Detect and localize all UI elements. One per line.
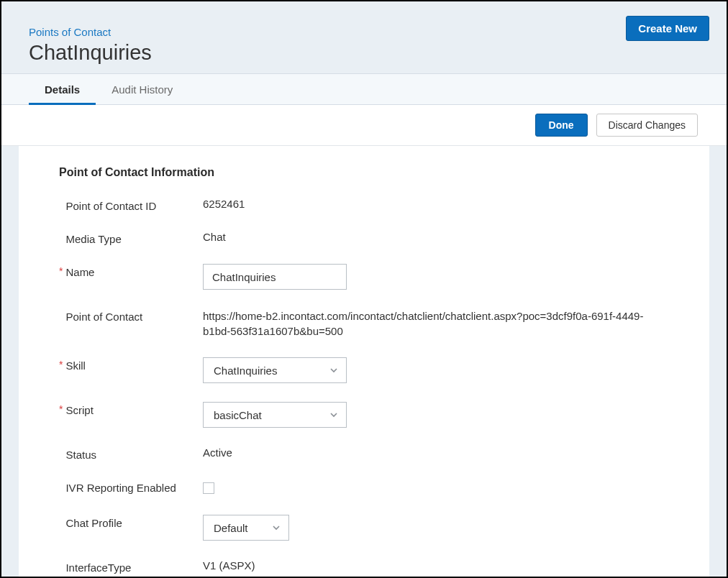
label-name: Name bbox=[65, 266, 94, 278]
value-poc-id: 6252461 bbox=[203, 198, 669, 210]
page-title: ChatInquiries bbox=[1, 38, 727, 73]
script-select[interactable]: basicChat bbox=[203, 402, 347, 428]
create-new-button[interactable]: Create New bbox=[626, 16, 709, 41]
tab-audit-history[interactable]: Audit History bbox=[96, 75, 188, 105]
required-marker: * bbox=[59, 404, 63, 414]
row-name: * Name bbox=[59, 264, 669, 290]
row-poc-url: * Point of Contact https://home-b2.incon… bbox=[59, 308, 669, 339]
row-status: * Status Active bbox=[59, 446, 669, 461]
tab-bar: Details Audit History bbox=[1, 73, 727, 105]
row-chat-profile: * Chat Profile Default bbox=[59, 515, 669, 541]
label-status: Status bbox=[65, 449, 96, 461]
value-interface-type: V1 (ASPX) bbox=[203, 559, 669, 572]
label-interface-type: InterfaceType bbox=[65, 561, 131, 574]
script-select-value: basicChat bbox=[214, 409, 262, 421]
breadcrumb-link[interactable]: Points of Contact bbox=[29, 26, 111, 38]
label-ivr: IVR Reporting Enabled bbox=[65, 482, 176, 494]
name-input[interactable] bbox=[203, 264, 347, 290]
form-content: Point of Contact Information * Point of … bbox=[19, 146, 709, 577]
label-poc-id: Point of Contact ID bbox=[65, 200, 156, 212]
app-window: Create New Points of Contact ChatInquiri… bbox=[1, 1, 727, 577]
tab-details[interactable]: Details bbox=[29, 75, 96, 105]
label-poc: Point of Contact bbox=[65, 311, 142, 323]
chevron-down-icon bbox=[271, 523, 281, 533]
value-media-type: Chat bbox=[203, 231, 669, 243]
action-bar: Done Discard Changes bbox=[1, 105, 727, 146]
required-marker: * bbox=[59, 359, 63, 370]
required-marker: * bbox=[59, 266, 63, 276]
ivr-checkbox[interactable] bbox=[203, 482, 214, 494]
row-interface-type: * InterfaceType V1 (ASPX) bbox=[59, 559, 669, 574]
row-ivr: * IVR Reporting Enabled bbox=[59, 480, 669, 496]
label-media-type: Media Type bbox=[65, 233, 121, 245]
skill-select[interactable]: ChatInquiries bbox=[203, 357, 347, 383]
chat-profile-select-value: Default bbox=[214, 522, 248, 534]
value-poc-url: https://home-b2.incontact.com/incontact/… bbox=[203, 308, 669, 339]
row-skill: * Skill ChatInquiries bbox=[59, 357, 669, 383]
breadcrumb: Points of Contact bbox=[1, 1, 727, 38]
skill-select-value: ChatInquiries bbox=[214, 364, 277, 377]
chat-profile-select[interactable]: Default bbox=[203, 515, 289, 541]
row-script: * Script basicChat bbox=[59, 402, 669, 428]
value-status: Active bbox=[203, 446, 669, 459]
row-poc-id: * Point of Contact ID 6252461 bbox=[59, 198, 669, 212]
section-title: Point of Contact Information bbox=[59, 166, 669, 179]
label-script: Script bbox=[65, 404, 93, 416]
label-chat-profile: Chat Profile bbox=[65, 517, 122, 529]
label-skill: Skill bbox=[65, 359, 86, 372]
done-button[interactable]: Done bbox=[535, 114, 588, 137]
row-media-type: * Media Type Chat bbox=[59, 231, 669, 245]
chevron-down-icon bbox=[329, 410, 339, 420]
chevron-down-icon bbox=[329, 365, 339, 375]
discard-changes-button[interactable]: Discard Changes bbox=[596, 114, 698, 137]
